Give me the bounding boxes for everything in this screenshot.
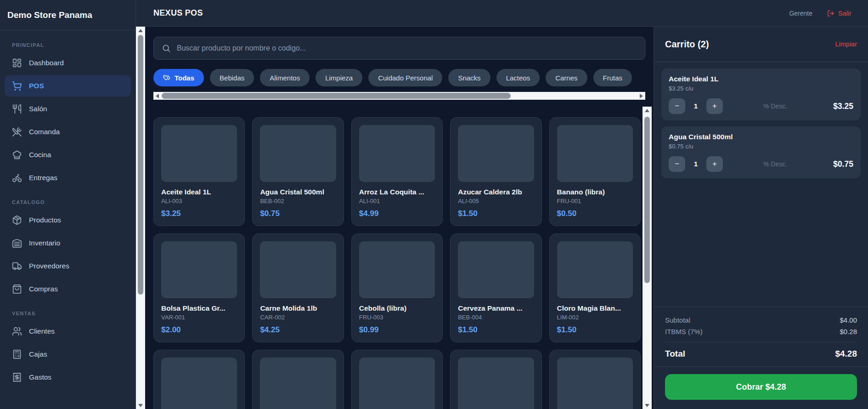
- product-card-partial[interactable]: [153, 350, 245, 409]
- cart-item-qty: 1: [685, 160, 706, 168]
- sidebar-item-cocina[interactable]: Cocina: [5, 144, 131, 165]
- product-image-placeholder: [359, 241, 435, 298]
- category-chip-bebidas[interactable]: Bebidas: [210, 69, 254, 86]
- category-chip-todas[interactable]: Todas: [153, 69, 204, 86]
- scroll-down-arrow-icon[interactable]: [643, 402, 652, 409]
- product-sku: FRU-001: [557, 198, 633, 204]
- product-card-beb-002[interactable]: Agua Cristal 500ml BEB-002 $0.75: [252, 117, 344, 226]
- product-card-partial[interactable]: [252, 350, 344, 409]
- sidebar-item-proveedores[interactable]: Proveedores: [5, 256, 131, 277]
- main-column: NEXUS POS Gerente Salir: [136, 0, 868, 409]
- sidebar-item-salon[interactable]: Salón: [5, 98, 131, 119]
- category-chip-label: Bebidas: [220, 74, 244, 82]
- sidebar-item-clientes[interactable]: Clientes: [5, 321, 131, 342]
- categories-horizontal-scrollbar[interactable]: [153, 92, 645, 100]
- increase-qty-button[interactable]: +: [706, 156, 723, 172]
- category-chip-alimentos[interactable]: Alimentos: [260, 69, 310, 86]
- product-name: Azucar Caldera 2lb: [458, 188, 534, 196]
- product-card-partial[interactable]: [450, 350, 541, 409]
- scroll-up-arrow-icon[interactable]: [643, 107, 652, 114]
- product-price: $1.50: [557, 325, 633, 335]
- sidebar-item-cajas[interactable]: Cajas: [5, 344, 131, 365]
- product-sku: ALI-003: [161, 198, 237, 204]
- sidebar-item-productos[interactable]: Productos: [5, 210, 131, 231]
- nav-item-label: Cajas: [29, 350, 47, 358]
- product-card-var-001[interactable]: Bolsa Plastica Gr... VAR-001 $2.00: [153, 233, 245, 342]
- increase-qty-button[interactable]: +: [706, 98, 723, 114]
- category-chip-label: Carnes: [555, 74, 577, 82]
- decrease-qty-button[interactable]: −: [669, 98, 685, 114]
- grid-scrollbar-thumb[interactable]: [644, 117, 650, 283]
- checkout-button[interactable]: Cobrar $4.28: [665, 374, 857, 400]
- nav-section-label: PRINCIPAL: [5, 33, 131, 52]
- nav-section: CATALOGO Productos Inventario Proveedore…: [5, 190, 131, 300]
- cart-item-qty: 1: [685, 102, 706, 110]
- category-chip-snacks[interactable]: Snacks: [448, 69, 490, 86]
- cart-item-unit-price: $0.75 c/u: [669, 143, 853, 150]
- bike-icon: [12, 173, 22, 183]
- product-name: Cebolla (libra): [359, 304, 435, 312]
- nav-item-label: Dashboard: [29, 59, 64, 67]
- category-chip-carnes[interactable]: Carnes: [546, 69, 587, 86]
- sidebar-scrollbar[interactable]: [136, 27, 145, 409]
- scroll-up-arrow-icon[interactable]: [136, 27, 145, 34]
- product-card-ali-001[interactable]: Arroz La Coquita ... ALI-001 $4.99: [351, 117, 443, 226]
- sidebar-item-compras[interactable]: Compras: [5, 278, 131, 300]
- nav-item-label: Comanda: [29, 128, 60, 136]
- sidebar-item-gastos[interactable]: Gastos: [5, 367, 131, 388]
- remove-item-button[interactable]: [845, 133, 853, 142]
- product-image-placeholder: [359, 358, 435, 409]
- cart-icon: [12, 81, 22, 91]
- discount-input[interactable]: [727, 160, 824, 168]
- product-sku: ALI-005: [458, 198, 534, 204]
- nav-item-label: Clientes: [29, 327, 55, 335]
- category-chip-limpieza[interactable]: Limpieza: [316, 69, 362, 86]
- nav-item-label: Inventario: [29, 239, 60, 247]
- scroll-left-arrow-icon[interactable]: [153, 92, 161, 100]
- product-price: $0.50: [557, 209, 633, 218]
- product-card-lim-002[interactable]: Cloro Magia Blan... LIM-002 $1.50: [549, 233, 641, 342]
- tax-label: ITBMS (7%): [665, 328, 703, 335]
- product-name: Cloro Magia Blan...: [557, 304, 633, 312]
- category-chip-lacteos[interactable]: Lacteos: [496, 69, 540, 86]
- product-card-partial[interactable]: [351, 350, 443, 409]
- logout-button[interactable]: Salir: [827, 10, 851, 17]
- cart-panel: Carrito (2) Limpiar Aceite Ideal 1L $3.2…: [654, 27, 868, 409]
- product-search-input[interactable]: [177, 44, 637, 52]
- decrease-qty-button[interactable]: −: [669, 156, 685, 172]
- clear-cart-button[interactable]: Limpiar: [835, 40, 857, 48]
- product-image-placeholder: [458, 125, 534, 182]
- product-name: Bolsa Plastica Gr...: [161, 304, 237, 312]
- sidebar-item-comanda[interactable]: Comanda: [5, 121, 131, 142]
- sidebar-item-entregas[interactable]: Entregas: [5, 167, 131, 188]
- nav-section-label: VENTAS: [5, 301, 131, 321]
- category-chip-frutas[interactable]: Frutas: [593, 69, 632, 86]
- product-sku: LIM-002: [557, 314, 633, 321]
- product-sku: ALI-001: [359, 198, 435, 204]
- scroll-down-arrow-icon[interactable]: [136, 402, 145, 409]
- sidebar-item-pos[interactable]: POS: [5, 75, 131, 97]
- product-card-ali-003[interactable]: Aceite Ideal 1L ALI-003 $3.25: [153, 117, 245, 226]
- scroll-right-arrow-icon[interactable]: [637, 92, 645, 100]
- subtotal-label: Subtotal: [665, 316, 690, 324]
- remove-item-button[interactable]: [845, 75, 853, 84]
- product-card-beb-004[interactable]: Cerveza Panama ... BEB-004 $1.50: [450, 233, 541, 342]
- shopping-bag-icon: [12, 284, 22, 294]
- product-grid-scrollbar[interactable]: [643, 107, 652, 409]
- discount-input[interactable]: [727, 102, 824, 110]
- product-card-fru-001[interactable]: Banano (libra) FRU-001 $0.50: [549, 117, 641, 226]
- sidebar-item-inventario[interactable]: Inventario: [5, 233, 131, 254]
- sidebar-scrollbar-thumb[interactable]: [138, 35, 143, 295]
- product-price: $0.75: [260, 209, 336, 218]
- app: Demo Store Panama PRINCIPAL Dashboard PO…: [0, 0, 868, 409]
- topbar-right: Gerente Salir: [789, 10, 851, 17]
- nav-item-label: Compras: [29, 285, 58, 293]
- sidebar-item-dashboard[interactable]: Dashboard: [5, 52, 131, 74]
- product-grid: Aceite Ideal 1L ALI-003 $3.25 Agua Crist…: [153, 110, 641, 409]
- product-card-fru-003[interactable]: Cebolla (libra) FRU-003 $0.99: [351, 233, 443, 342]
- product-card-car-002[interactable]: Carne Molida 1lb CAR-002 $4.25: [252, 233, 344, 342]
- product-card-partial[interactable]: [549, 350, 641, 409]
- category-chip-cuidado-personal[interactable]: Cuidado Personal: [368, 69, 442, 86]
- product-card-ali-005[interactable]: Azucar Caldera 2lb ALI-005 $1.50: [450, 117, 541, 226]
- horizontal-scrollbar-thumb[interactable]: [162, 93, 511, 99]
